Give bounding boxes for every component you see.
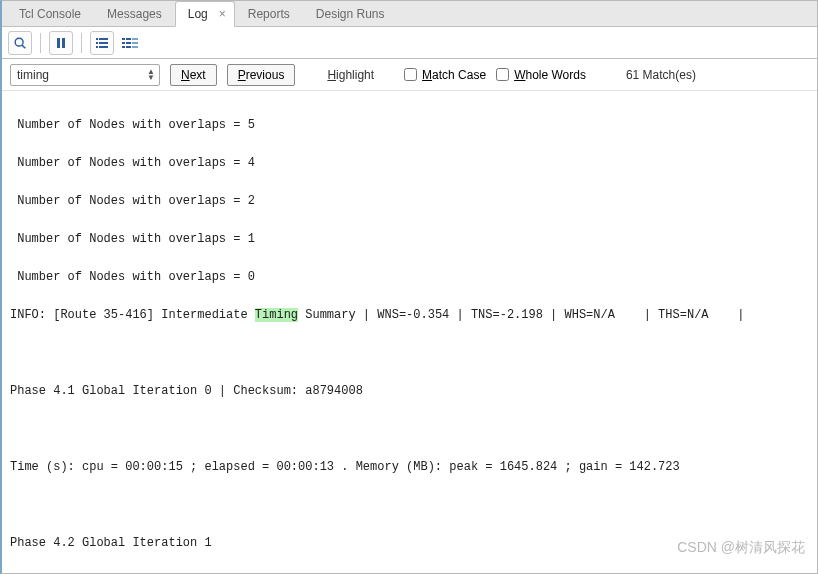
log-line: Number of Nodes with overlaps = 5 bbox=[10, 116, 809, 135]
previous-button[interactable]: Previous bbox=[227, 64, 296, 86]
svg-rect-3 bbox=[62, 38, 65, 48]
match-case-checkbox[interactable]: Match Case bbox=[404, 68, 486, 82]
log-line-info: INFO: [Route 35-416] Intermediate Timing… bbox=[10, 306, 809, 325]
log-line: Number of Nodes with overlaps = 0 bbox=[10, 268, 809, 287]
log-line bbox=[10, 496, 809, 515]
whole-words-label: Whole Words bbox=[514, 68, 586, 82]
highlight-toggle[interactable]: Highlight bbox=[327, 68, 374, 82]
svg-rect-16 bbox=[122, 46, 125, 48]
svg-rect-12 bbox=[132, 38, 138, 40]
tab-messages[interactable]: Messages bbox=[94, 1, 175, 26]
svg-line-1 bbox=[22, 45, 25, 48]
search-bar: timing ▲▼ Next Previous Highlight Match … bbox=[2, 59, 817, 91]
close-icon[interactable]: × bbox=[219, 7, 226, 21]
svg-rect-18 bbox=[132, 46, 138, 48]
search-icon bbox=[13, 36, 27, 50]
log-line: Time (s): cpu = 00:00:15 ; elapsed = 00:… bbox=[10, 458, 809, 477]
svg-point-0 bbox=[15, 38, 23, 46]
tab-label: Messages bbox=[107, 7, 162, 21]
separator bbox=[40, 33, 41, 53]
panel-tabs: Tcl Console Messages Log × Reports Desig… bbox=[2, 1, 817, 27]
chevron-updown-icon: ▲▼ bbox=[147, 69, 155, 81]
log-toolbar bbox=[2, 27, 817, 59]
log-line: Number of Nodes with overlaps = 2 bbox=[10, 192, 809, 211]
tab-log[interactable]: Log × bbox=[175, 1, 235, 27]
svg-rect-8 bbox=[96, 46, 98, 48]
log-line: Number of Nodes with overlaps = 1 bbox=[10, 230, 809, 249]
tab-design-runs[interactable]: Design Runs bbox=[303, 1, 398, 26]
search-highlight: Timing bbox=[255, 308, 298, 322]
log-line: Phase 4.2 Global Iteration 1 bbox=[10, 534, 809, 553]
search-query-text: timing bbox=[17, 68, 49, 82]
svg-rect-11 bbox=[126, 38, 131, 40]
view-mode-2-button[interactable] bbox=[118, 31, 142, 55]
search-input[interactable]: timing ▲▼ bbox=[10, 64, 160, 86]
tab-tcl-console[interactable]: Tcl Console bbox=[6, 1, 94, 26]
svg-rect-15 bbox=[132, 42, 138, 44]
tab-label: Tcl Console bbox=[19, 7, 81, 21]
svg-rect-4 bbox=[96, 38, 98, 40]
view-mode-1-button[interactable] bbox=[90, 31, 114, 55]
log-content[interactable]: Number of Nodes with overlaps = 5 Number… bbox=[2, 91, 817, 573]
tab-label: Reports bbox=[248, 7, 290, 21]
match-case-input[interactable] bbox=[404, 68, 417, 81]
match-count: 61 Match(es) bbox=[626, 68, 696, 82]
svg-rect-14 bbox=[126, 42, 131, 44]
svg-rect-17 bbox=[126, 46, 131, 48]
pause-icon bbox=[55, 37, 67, 49]
separator bbox=[81, 33, 82, 53]
tab-reports[interactable]: Reports bbox=[235, 1, 303, 26]
log-line bbox=[10, 420, 809, 439]
svg-rect-10 bbox=[122, 38, 125, 40]
svg-rect-6 bbox=[96, 42, 98, 44]
log-line: Number of Nodes with overlaps = 13 bbox=[10, 572, 809, 573]
tab-label: Log bbox=[188, 7, 208, 21]
log-line: Phase 4.1 Global Iteration 0 | Checksum:… bbox=[10, 382, 809, 401]
log-line: Number of Nodes with overlaps = 4 bbox=[10, 154, 809, 173]
svg-rect-13 bbox=[122, 42, 125, 44]
detail-list-icon bbox=[122, 36, 138, 50]
match-case-label: Match Case bbox=[422, 68, 486, 82]
pause-button[interactable] bbox=[49, 31, 73, 55]
whole-words-input[interactable] bbox=[496, 68, 509, 81]
list-icon bbox=[95, 36, 109, 50]
svg-rect-5 bbox=[99, 38, 108, 40]
next-button[interactable]: Next bbox=[170, 64, 217, 86]
search-button[interactable] bbox=[8, 31, 32, 55]
svg-rect-9 bbox=[99, 46, 108, 48]
tab-label: Design Runs bbox=[316, 7, 385, 21]
whole-words-checkbox[interactable]: Whole Words bbox=[496, 68, 586, 82]
log-line bbox=[10, 344, 809, 363]
svg-rect-7 bbox=[99, 42, 108, 44]
svg-rect-2 bbox=[57, 38, 60, 48]
